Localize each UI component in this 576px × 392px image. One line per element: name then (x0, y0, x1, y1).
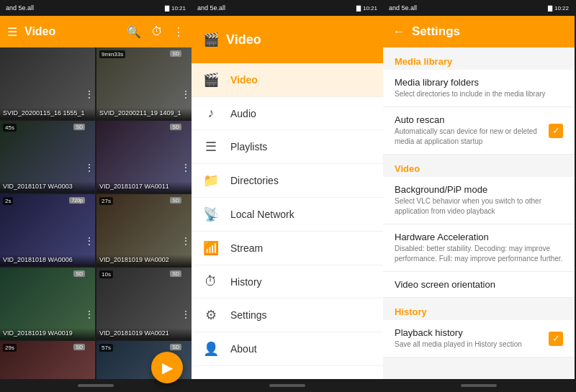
video-more-icon[interactable]: ⋮ (85, 163, 94, 173)
video-more-icon[interactable]: ⋮ (181, 89, 190, 99)
sidebar-item-about[interactable]: 👤About (192, 332, 383, 366)
video-badge: SD (170, 124, 181, 130)
nav-header-icon: 🎬 (203, 32, 219, 47)
video-item-2[interactable]: 9min33sSDSVID_20200211_19 1409_1⋮ (96, 47, 192, 119)
video-item-6[interactable]: 27sSDVID_20181019 WA0002⋮ (96, 194, 192, 266)
settings-item-desc-auto-rescan: Automatically scan device for new or del… (395, 127, 549, 147)
sidebar-item-audio[interactable]: ♪Audio (192, 97, 383, 130)
video-more-icon[interactable]: ⋮ (85, 236, 94, 246)
video-duration: 2s (3, 197, 13, 205)
video-duration: 9min33s (99, 50, 125, 58)
sidebar-item-label-audio: Audio (230, 108, 256, 119)
video-badge: SD (170, 344, 181, 350)
video-item-7[interactable]: SDVID_20181019 WA0019⋮ (0, 268, 95, 339)
settings-item-title-hardware-acceleration: Hardware Acceleration (395, 232, 563, 242)
nav-header: 🎬 Video (192, 16, 383, 63)
settings-item-video-screen-orientation[interactable]: Video screen orientation (383, 272, 575, 298)
video-item-5[interactable]: 2s720pVID_20181018 WA0006⋮ (0, 194, 95, 266)
toolbar-title-1: Video (24, 25, 125, 38)
video-item-8[interactable]: 10sSDVID_20181019 WA0021⋮ (96, 268, 192, 339)
time-3: 10:22 (554, 5, 569, 12)
video-label: SVID_20200115_16 1555_1 (0, 108, 95, 119)
sidebar-item-label-settings: Settings (230, 309, 267, 321)
settings-item-playback-history[interactable]: Playback historySave all media played in… (383, 320, 575, 357)
status-bar-3: and 5e.all ▇ 10:22 (383, 0, 575, 16)
video-label: VID_20181018 WA0006 (0, 255, 95, 266)
sidebar-item-localnetwork[interactable]: 📡Local Network (192, 198, 383, 232)
bottom-bar-3 (383, 379, 575, 392)
video-more-icon[interactable]: ⋮ (85, 309, 94, 319)
settings-item-title-video-screen-orientation: Video screen orientation (395, 279, 563, 290)
nav-header-title: Video (226, 32, 261, 47)
fab-play[interactable]: ▶ (151, 352, 183, 383)
settings-item-title-auto-rescan: Auto rescan (395, 114, 549, 125)
checkbox-playback-history[interactable]: ✓ (549, 332, 563, 346)
video-item-3[interactable]: 45sSDVID_20181017 WA0003⋮ (0, 121, 95, 193)
back-button[interactable]: ← (392, 24, 406, 40)
video-more-icon[interactable]: ⋮ (181, 163, 190, 173)
sidebar-item-label-playlists: Playlists (230, 141, 267, 152)
checkbox-auto-rescan[interactable]: ✓ (549, 124, 563, 138)
sidebar-item-label-directories: Directories (230, 175, 279, 186)
video-badge: SD (73, 270, 85, 277)
panel-settings: and 5e.all ▇ 10:22 ← Settings Media libr… (383, 0, 575, 392)
settings-item-auto-rescan[interactable]: Auto rescanAutomatically scan device for… (383, 107, 575, 155)
sidebar-item-settings[interactable]: ⚙Settings (192, 298, 383, 332)
search-button[interactable]: 🔍 (125, 24, 143, 40)
status-right-3: ▇ 10:22 (548, 5, 569, 12)
video-label: VID_20181019 WA0021 (96, 328, 192, 339)
settings-item-background-pip[interactable]: Background/PiP modeSelect VLC behavior w… (383, 177, 575, 224)
panel-nav-drawer: and 5e.all ▇ 10:21 🎬 Video 🎬Video♪Audio☰… (192, 0, 383, 392)
sidebar-item-video[interactable]: 🎬Video (192, 63, 383, 97)
settings-item-text-media-library-folders: Media library foldersSelect directories … (395, 77, 563, 99)
settings-item-text-auto-rescan: Auto rescanAutomatically scan device for… (395, 114, 549, 147)
video-badge: SD (73, 124, 85, 130)
history-button[interactable]: ⏱ (150, 24, 164, 40)
more-button[interactable]: ⋮ (171, 24, 186, 40)
status-right-1: ▇ 10:21 (165, 5, 186, 12)
video-more-icon[interactable]: ⋮ (181, 236, 190, 246)
settings-toolbar: ← Settings (383, 16, 575, 47)
settings-section-header-video: Video (383, 155, 575, 177)
sidebar-item-stream[interactable]: 📶Stream (192, 232, 383, 265)
settings-item-title-media-library-folders: Media library folders (395, 77, 563, 88)
settings-content: Media libraryMedia library foldersSelect… (383, 47, 575, 379)
bottom-bar-2 (192, 379, 383, 392)
settings-section-header-history: History (383, 298, 575, 320)
sidebar-item-playlists[interactable]: ☰Playlists (192, 130, 383, 164)
sidebar-item-history[interactable]: ⏱History (192, 265, 383, 298)
status-bar-1: and 5e.all ▇ 10:21 (0, 0, 192, 16)
battery-icon-2: ▇ (356, 5, 361, 12)
settings-item-desc-media-library-folders: Select directories to include in the med… (395, 89, 563, 99)
settings-item-title-playback-history: Playback history (395, 327, 549, 338)
sidebar-item-directories[interactable]: 📁Directories (192, 164, 383, 198)
settings-item-text-hardware-acceleration: Hardware AccelerationDisabled: better st… (395, 232, 563, 264)
toolbar-1: ☰ Video 🔍 ⏱ ⋮ (0, 16, 192, 47)
video-more-icon[interactable]: ⋮ (85, 89, 94, 99)
about-icon: 👤 (203, 341, 219, 357)
home-indicator-1 (78, 384, 114, 387)
settings-item-desc-background-pip: Select VLC behavior when you switch to o… (395, 196, 563, 216)
time-2: 10:21 (363, 5, 377, 12)
home-indicator-3 (461, 384, 497, 387)
video-duration: 10s (99, 270, 113, 278)
video-duration: 45s (3, 124, 17, 132)
settings-title: Settings (412, 24, 460, 39)
menu-button[interactable]: ☰ (6, 24, 19, 40)
sidebar-item-label-history: History (230, 276, 262, 288)
settings-item-media-library-folders[interactable]: Media library foldersSelect directories … (383, 70, 575, 107)
settings-item-text-playback-history: Playback historySave all media played in… (395, 327, 549, 350)
video-item-9[interactable]: 29sSDVID_20181025 WA0015⋮ (0, 341, 95, 379)
panel-video-list: and 5e.all ▇ 10:21 ☰ Video 🔍 ⏱ ⋮ SVID_20… (0, 0, 192, 392)
video-item-4[interactable]: SDVID_20181017 WA0011⋮ (96, 121, 192, 193)
video-more-icon[interactable]: ⋮ (181, 309, 190, 319)
status-right-2: ▇ 10:21 (356, 5, 377, 12)
battery-icon-3: ▇ (548, 5, 552, 12)
audio-icon: ♪ (203, 106, 219, 121)
video-item-1[interactable]: SVID_20200115_16 1555_1⋮ (0, 47, 95, 119)
sidebar-item-label-about: About (230, 343, 257, 355)
settings-item-hardware-acceleration[interactable]: Hardware AccelerationDisabled: better st… (383, 224, 575, 272)
stream-icon: 📶 (203, 240, 219, 256)
sidebar-item-label-video: Video (230, 74, 258, 86)
status-left-2: and 5e.all (197, 4, 225, 12)
